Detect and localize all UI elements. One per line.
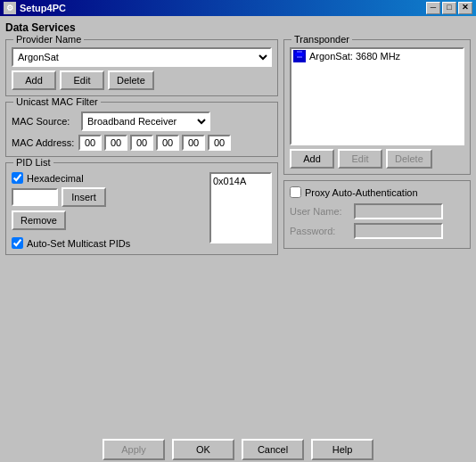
left-panel: Provider Name ArgonSat Add Edit Delete U… <box>5 39 278 433</box>
close-button[interactable]: ✕ <box>458 2 472 14</box>
satellite-icon <box>293 50 306 62</box>
pid-list-legend: PID List <box>13 157 53 168</box>
transponder-add-button[interactable]: Add <box>290 149 334 169</box>
provider-add-button[interactable]: Add <box>12 70 56 90</box>
title-bar: ⚙ Setup4PC ─ □ ✕ <box>0 0 476 16</box>
list-item: ArgonSat: 3680 MHz <box>291 49 463 63</box>
pid-list-group: PID List Hexadecimal Insert Remove <box>5 162 278 255</box>
transponder-edit-button[interactable]: Edit <box>338 149 382 169</box>
proxy-auth-group: Proxy Auto-Authentication User Name: Pas… <box>283 180 471 249</box>
provider-name-dropdown[interactable]: ArgonSat <box>12 47 272 67</box>
mac-filter-group: Unicast MAC Filter MAC Source: Broadband… <box>5 102 278 157</box>
maximize-button[interactable]: □ <box>442 2 456 14</box>
pid-list-item: 0x014A <box>213 176 268 186</box>
transponder-group: Transponder ArgonSat: 3680 MHz Add <box>283 39 471 175</box>
mac-source-label: MAC Source: <box>12 116 76 127</box>
dialog-title: Data Services <box>5 21 471 34</box>
hexadecimal-label: Hexadecimal <box>27 173 84 184</box>
auto-set-label: Auto-Set Multicast PIDs <box>27 238 130 249</box>
insert-button[interactable]: Insert <box>62 187 106 207</box>
mac-octet-3[interactable] <box>130 135 153 151</box>
mac-octet-5[interactable] <box>182 135 205 151</box>
provider-edit-button[interactable]: Edit <box>60 70 104 90</box>
hexadecimal-checkbox[interactable] <box>12 172 23 184</box>
svg-rect-2 <box>295 53 304 56</box>
help-button[interactable]: Help <box>311 439 373 460</box>
pid-listbox[interactable]: 0x014A <box>209 172 272 243</box>
right-panel: Transponder ArgonSat: 3680 MHz Add <box>283 39 471 433</box>
provider-name-group: Provider Name ArgonSat Add Edit Delete <box>5 39 278 96</box>
mac-octet-6[interactable] <box>208 135 231 151</box>
auto-set-checkbox[interactable] <box>12 237 23 249</box>
minimize-button[interactable]: ─ <box>426 2 440 14</box>
window-title: Setup4PC <box>20 3 66 13</box>
cancel-button[interactable]: Cancel <box>242 439 304 460</box>
mac-octet-2[interactable] <box>104 135 127 151</box>
mac-address-label: MAC Address: <box>12 137 76 148</box>
provider-delete-button[interactable]: Delete <box>108 70 154 90</box>
provider-name-legend: Provider Name <box>13 34 84 45</box>
transponder-listbox[interactable]: ArgonSat: 3680 MHz <box>290 47 464 145</box>
username-input[interactable] <box>354 203 443 219</box>
proxy-auth-label: Proxy Auto-Authentication <box>305 187 418 198</box>
password-label: Password: <box>290 226 350 236</box>
transponder-legend: Transponder <box>291 34 352 45</box>
proxy-auth-checkbox[interactable] <box>290 186 301 198</box>
mac-source-dropdown[interactable]: Broadband Receiver <box>81 111 210 131</box>
app-icon: ⚙ <box>4 2 16 14</box>
dialog: Data Services Provider Name ArgonSat Add… <box>0 16 476 462</box>
bottom-buttons: Apply OK Cancel Help <box>5 439 471 460</box>
mac-filter-legend: Unicast MAC Filter <box>13 96 101 107</box>
transponder-delete-button[interactable]: Delete <box>386 149 432 169</box>
mac-octet-4[interactable] <box>156 135 179 151</box>
ok-button[interactable]: OK <box>172 439 234 460</box>
mac-octet-1[interactable] <box>78 135 102 151</box>
apply-button[interactable]: Apply <box>103 439 165 460</box>
password-input[interactable] <box>354 223 443 239</box>
username-label: User Name: <box>290 206 350 217</box>
pid-input[interactable] <box>12 188 58 206</box>
transponder-item-label: ArgonSat: 3680 MHz <box>309 51 400 62</box>
remove-button[interactable]: Remove <box>12 210 66 230</box>
